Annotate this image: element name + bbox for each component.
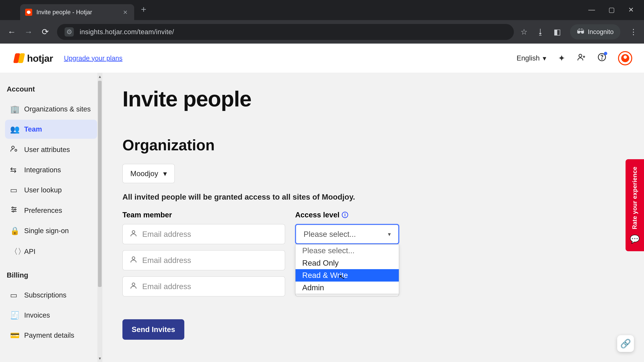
svg-point-2 — [602, 59, 602, 59]
sidebar-item-label: API — [24, 248, 36, 256]
section-organization: Organization — [122, 137, 624, 154]
sidebar-item-api[interactable]: 〈〉 API — [5, 241, 97, 262]
upgrade-plans-link[interactable]: Upgrade your plans — [64, 54, 122, 62]
info-icon[interactable]: i — [342, 212, 348, 218]
new-tab-button[interactable]: + — [134, 4, 153, 15]
url-box[interactable]: ⚙ insights.hotjar.com/team/invite/ — [57, 24, 514, 40]
svg-point-9 — [132, 257, 135, 259]
copy-link-button[interactable]: 🔗 — [617, 335, 634, 352]
sidebar-item-payment-details[interactable]: 💳 Payment details — [5, 326, 97, 345]
incognito-label: Incognito — [588, 28, 614, 35]
site-settings-icon[interactable]: ⚙ — [64, 27, 74, 36]
link-icon: 🔗 — [620, 339, 631, 349]
sidebar-item-integrations[interactable]: ⇆ Integrations — [5, 160, 97, 179]
add-user-icon[interactable] — [577, 53, 586, 63]
extensions-icon[interactable]: ✦ — [558, 53, 565, 63]
close-tab-icon[interactable]: × — [123, 8, 128, 16]
hotjar-logo-text: hotjar — [27, 53, 53, 64]
close-window-icon[interactable]: ✕ — [628, 6, 634, 13]
downloads-icon[interactable]: ⭳ — [537, 27, 544, 36]
browser-tab[interactable]: Invite people - Hotjar × — [20, 4, 134, 20]
feedback-label: Rate your experience — [631, 167, 638, 229]
main-content: Invite people Organization Moodjoy ▾ All… — [102, 73, 644, 362]
browser-chrome: Invite people - Hotjar × + ― ▢ ✕ ← → ⟳ ⚙… — [0, 0, 644, 43]
tab-strip: Invite people - Hotjar × + ― ▢ ✕ — [0, 0, 644, 20]
organization-selected: Moodjoy — [130, 169, 158, 178]
sidebar-item-subscriptions[interactable]: ▭ Subscriptions — [5, 286, 97, 305]
sidebar-item-label: Team — [24, 125, 42, 133]
email-placeholder: Email address — [142, 230, 191, 239]
sidebar-item-label: Organizations & sites — [24, 105, 91, 113]
sidebar-item-user-lookup[interactable]: ▭ User lookup — [5, 180, 97, 200]
incognito-indicator[interactable]: 🕶 Incognito — [570, 24, 620, 39]
email-field[interactable]: Email address — [122, 250, 285, 270]
lock-icon: 🔒 — [10, 226, 18, 235]
back-icon[interactable]: ← — [7, 27, 17, 37]
chat-icon: 💬 — [630, 234, 640, 244]
svg-point-4 — [15, 149, 17, 151]
email-field[interactable]: Email address — [122, 224, 285, 244]
sidebar-section-account: Account — [5, 82, 97, 99]
scroll-down-icon[interactable]: ▾ — [99, 355, 101, 362]
access-level-dropdown: Please select... Read Only Read & Write … — [295, 244, 399, 294]
help-icon[interactable] — [598, 53, 606, 63]
svg-point-10 — [132, 283, 135, 286]
minimize-icon[interactable]: ― — [588, 6, 595, 13]
lookup-icon: ▭ — [10, 186, 18, 195]
page-title: Invite people — [122, 86, 624, 111]
svg-point-5 — [12, 207, 14, 208]
incognito-icon: 🕶 — [577, 27, 584, 36]
svg-point-6 — [14, 209, 16, 210]
organization-select[interactable]: Moodjoy ▾ — [122, 164, 175, 183]
sidebar-item-label: Invoices — [24, 311, 50, 319]
hotjar-logo-icon — [14, 53, 24, 63]
scroll-up-icon[interactable]: ▴ — [99, 73, 101, 80]
sidebar-item-label: Single sign-on — [24, 227, 69, 235]
side-panel-icon[interactable]: ◧ — [554, 27, 561, 36]
language-selector[interactable]: English ▾ — [516, 54, 546, 62]
access-level-value: Please select... — [304, 230, 356, 239]
subscriptions-icon: ▭ — [10, 291, 18, 300]
access-level-select[interactable]: Please select... ▾ — [295, 224, 399, 244]
sidebar-item-team[interactable]: 👥 Team — [5, 120, 97, 139]
person-icon — [130, 255, 138, 265]
grant-access-note: All invited people will be granted acces… — [122, 192, 624, 201]
sidebar-item-user-attributes[interactable]: User attributes — [5, 140, 97, 159]
window-controls: ― ▢ ✕ — [588, 0, 644, 13]
dropdown-option-read-only[interactable]: Read Only — [296, 257, 399, 269]
team-icon: 👥 — [10, 125, 18, 134]
invoice-icon: 🧾 — [10, 311, 18, 320]
feedback-tab[interactable]: Rate your experience 💬 — [626, 159, 644, 251]
tab-title: Invite people - Hotjar — [36, 9, 119, 16]
dropdown-option-read-write[interactable]: Read & Write — [296, 269, 399, 282]
sidebar: Account 🏢 Organizations & sites 👥 Team U… — [0, 73, 102, 362]
scroll-thumb[interactable] — [98, 81, 102, 287]
sliders-icon — [10, 206, 18, 215]
dropdown-option-admin[interactable]: Admin — [296, 282, 399, 294]
sidebar-item-single-sign-on[interactable]: 🔒 Single sign-on — [5, 221, 97, 240]
svg-point-3 — [12, 146, 14, 149]
bookmark-star-icon[interactable]: ☆ — [520, 27, 528, 36]
maximize-icon[interactable]: ▢ — [608, 6, 615, 13]
integrations-icon: ⇆ — [10, 165, 18, 174]
send-invites-button[interactable]: Send Invites — [122, 319, 184, 340]
chevron-down-icon: ▾ — [163, 169, 167, 178]
sidebar-item-preferences[interactable]: Preferences — [5, 201, 97, 220]
forward-icon[interactable]: → — [24, 27, 34, 37]
browser-menu-icon[interactable]: ⋮ — [630, 27, 637, 36]
reload-icon[interactable]: ⟳ — [40, 27, 50, 37]
chevron-down-icon: ▾ — [543, 54, 546, 62]
person-icon — [130, 229, 138, 239]
column-access-level: Access level i — [295, 211, 348, 219]
avatar[interactable] — [618, 51, 632, 65]
column-team-member: Team member — [122, 211, 285, 219]
sidebar-scrollbar[interactable]: ▴ ▾ — [98, 73, 102, 362]
sidebar-item-organizations-sites[interactable]: 🏢 Organizations & sites — [5, 99, 97, 119]
dropdown-option-placeholder[interactable]: Please select... — [296, 245, 399, 257]
sidebar-item-invoices[interactable]: 🧾 Invoices — [5, 306, 97, 325]
sidebar-item-label: User attributes — [24, 146, 70, 154]
hotjar-logo[interactable]: hotjar — [14, 53, 53, 64]
code-icon: 〈〉 — [10, 246, 18, 257]
email-field[interactable]: Email address — [122, 276, 285, 297]
invite-rows: Email address Please select... ▾ Please … — [122, 224, 624, 297]
